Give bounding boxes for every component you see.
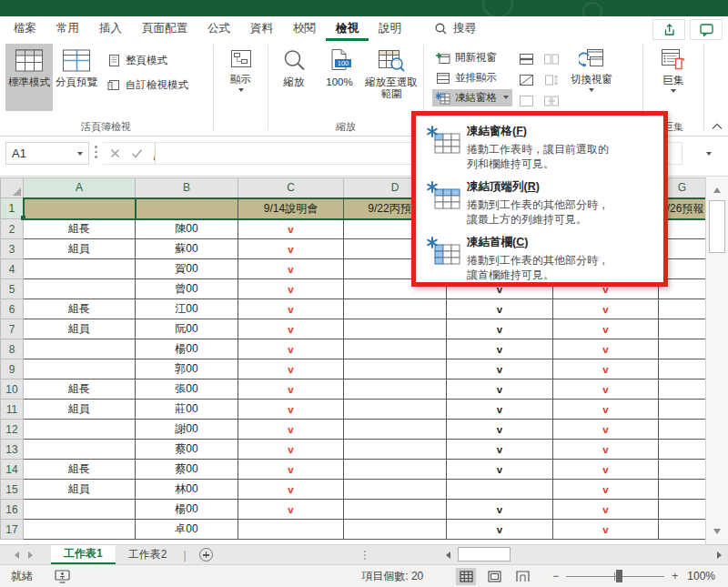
cell-F17[interactable]: v <box>553 520 659 540</box>
cell-F7[interactable]: v <box>553 319 659 339</box>
ribbon-tab-6[interactable]: 校閱 <box>283 16 326 41</box>
cell-B1[interactable] <box>136 198 238 219</box>
ribbon-tab-1[interactable]: 常用 <box>46 16 89 41</box>
cell-B13[interactable]: 蔡00 <box>136 440 238 460</box>
cell-G16[interactable] <box>659 500 706 520</box>
vertical-scrollbar[interactable] <box>705 177 728 544</box>
cell-D17[interactable] <box>344 520 447 540</box>
cell-B2[interactable]: 陳00 <box>136 219 238 239</box>
share-button[interactable] <box>652 19 685 40</box>
cell-A15[interactable]: 組員 <box>24 480 136 500</box>
row-header-11[interactable]: 11 <box>1 400 24 420</box>
zoom-button[interactable]: 縮放 <box>272 44 316 111</box>
row-header-3[interactable]: 3 <box>1 239 24 259</box>
cell-E15[interactable] <box>447 480 553 500</box>
sheet-tab-1[interactable]: 工作表1 <box>51 545 116 564</box>
cell-E14[interactable]: v <box>447 460 553 480</box>
cell-C10[interactable]: v <box>238 380 344 400</box>
normal-view-button[interactable]: 標準模式 <box>5 44 53 111</box>
cell-G6[interactable] <box>659 299 706 319</box>
cell-G12[interactable] <box>659 420 706 440</box>
cell-E9[interactable]: v <box>447 359 553 380</box>
row-header-5[interactable]: 5 <box>1 279 24 299</box>
cell-B6[interactable]: 江00 <box>136 299 238 319</box>
scroll-up-icon[interactable] <box>713 184 721 193</box>
cell-C14[interactable]: v <box>238 460 344 480</box>
cell-C16[interactable]: v <box>238 500 344 520</box>
row-header-4[interactable]: 4 <box>1 259 24 279</box>
cancel-icon[interactable] <box>110 148 120 158</box>
zoom-slider[interactable] <box>566 569 664 583</box>
expand-formula-bar-icon[interactable] <box>706 152 712 158</box>
tabbar-resize-handle[interactable] <box>364 551 366 560</box>
macros-button[interactable]: 巨集 <box>648 44 699 111</box>
cell-E12[interactable]: v <box>447 420 553 440</box>
cell-B15[interactable]: 林00 <box>136 480 238 500</box>
cell-C9[interactable]: v <box>238 359 344 380</box>
split-button[interactable] <box>516 50 536 67</box>
ribbon-tab-0[interactable]: 檔案 <box>4 16 46 41</box>
switch-windows-button[interactable]: 切換視窗 <box>563 44 620 111</box>
row-header-8[interactable]: 8 <box>1 339 24 359</box>
ribbon-tab-8[interactable]: 說明 <box>369 16 411 41</box>
arrange-all-button[interactable]: 並排顯示 <box>432 69 512 86</box>
vertical-scrollbar-thumb[interactable] <box>709 200 725 253</box>
horizontal-scrollbar-thumb[interactable] <box>458 547 511 562</box>
cell-C17[interactable] <box>238 520 344 540</box>
menu-item-freeze-top-row[interactable]: 凍結頂端列(R)捲動到工作表的其他部分時，讓最上方的列維持可見。 <box>416 176 663 231</box>
cell-B3[interactable]: 蘇00 <box>136 239 238 259</box>
cell-F12[interactable]: v <box>553 420 659 440</box>
cell-G17[interactable] <box>659 520 706 540</box>
zoom-100-button[interactable]: 100 100% <box>318 44 361 111</box>
sheet-tab-2[interactable]: 工作表2 <box>116 545 180 564</box>
custom-views-button[interactable]: 自訂檢視模式 <box>104 76 192 94</box>
unhide-window-button[interactable] <box>516 92 536 109</box>
row-header-2[interactable]: 2 <box>1 219 24 239</box>
view-page-layout-button[interactable] <box>484 568 504 585</box>
page-break-preview-button[interactable]: 分頁預覽 <box>53 44 100 111</box>
cell-C6[interactable]: v <box>238 299 344 319</box>
cell-B12[interactable]: 謝00 <box>136 420 238 440</box>
cell-A12[interactable] <box>24 420 136 440</box>
cell-A6[interactable]: 組長 <box>24 299 136 319</box>
row-header-14[interactable]: 14 <box>1 460 24 480</box>
cell-G15[interactable] <box>659 480 706 500</box>
cell-B14[interactable]: 蔡00 <box>136 460 238 480</box>
view-normal-button[interactable] <box>456 568 476 585</box>
column-header-B[interactable]: B <box>136 178 238 198</box>
cell-C7[interactable]: v <box>238 319 344 339</box>
scroll-right-icon[interactable] <box>717 552 722 559</box>
cell-F9[interactable]: v <box>553 359 659 380</box>
zoom-out-icon[interactable]: − <box>552 570 559 582</box>
cell-B4[interactable]: 賀00 <box>136 259 238 279</box>
cell-B10[interactable]: 張00 <box>136 380 238 400</box>
zoom-in-icon[interactable]: + <box>672 570 678 582</box>
cell-C12[interactable]: v <box>238 420 344 440</box>
cell-E16[interactable]: v <box>447 500 553 520</box>
cell-A7[interactable]: 組員 <box>24 319 136 339</box>
zoom-slider-thumb[interactable] <box>616 570 622 582</box>
cell-G11[interactable] <box>659 400 706 420</box>
cell-D15[interactable] <box>344 480 447 500</box>
zoom-to-selection-button[interactable]: 縮放至選取範圍 <box>363 44 420 111</box>
cell-C8[interactable]: v <box>238 339 344 359</box>
cell-B17[interactable]: 卓00 <box>136 520 238 540</box>
menu-item-freeze-first-column[interactable]: 凍結首欄(C)捲動到工作表的其他部分時，讓首欄維持可見。 <box>416 231 663 287</box>
cell-G7[interactable] <box>659 319 706 339</box>
row-header-9[interactable]: 9 <box>1 359 24 380</box>
show-button[interactable]: 顯示 <box>217 44 265 111</box>
view-page-break-button[interactable] <box>512 568 532 585</box>
cell-B16[interactable]: 楊00 <box>136 500 238 520</box>
cell-D7[interactable] <box>344 319 447 339</box>
hide-window-button[interactable] <box>516 71 536 88</box>
cell-F15[interactable]: v <box>553 480 659 500</box>
cell-D11[interactable] <box>344 400 447 420</box>
ribbon-tab-7[interactable]: 檢視 <box>326 16 369 41</box>
cell-A5[interactable] <box>24 279 136 299</box>
cell-A1[interactable] <box>24 198 136 219</box>
cell-F10[interactable]: v <box>553 380 659 400</box>
cell-D16[interactable] <box>344 500 447 520</box>
cell-E13[interactable]: v <box>447 440 553 460</box>
cell-C1[interactable]: 9/14說明會 <box>238 198 344 219</box>
view-side-by-side-button[interactable] <box>541 50 561 67</box>
